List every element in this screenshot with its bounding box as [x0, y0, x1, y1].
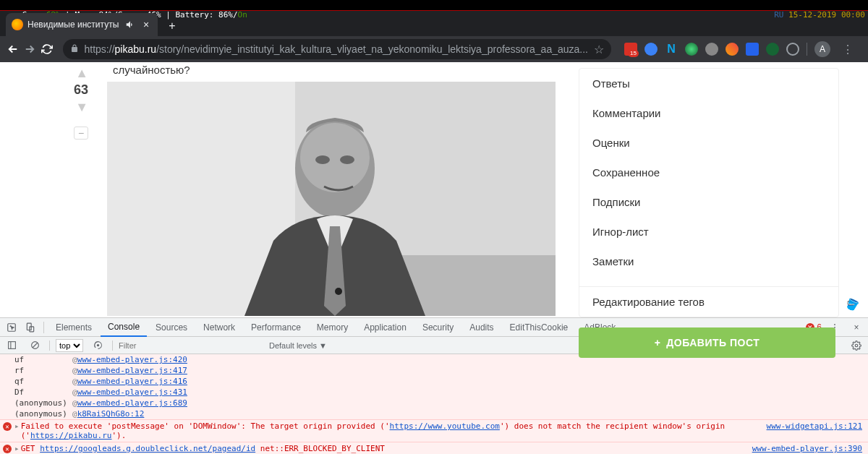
status-right: RU 15-12-2019 00:00 [755, 0, 865, 10]
status-left: Cpu: 68% | Mem: 84%/Swap: 46% | Battery:… [3, 0, 247, 10]
upvote-button[interactable]: ▲ [75, 67, 88, 80]
tab-application[interactable]: Application [357, 318, 414, 337]
extension-icon[interactable] [644, 43, 658, 56]
extension-icon[interactable] [746, 43, 759, 56]
hide-button[interactable]: − [74, 127, 88, 140]
downvote-button[interactable]: ▼ [75, 100, 88, 113]
tab-title: Невидимые институты [27, 20, 120, 30]
url-text: https://pikabu.ru/story/nevidimyie_insti… [85, 43, 589, 55]
system-status-bar: Cpu: 68% | Mem: 84%/Swap: 46% | Battery:… [0, 0, 868, 10]
device-icon[interactable] [22, 319, 39, 336]
audio-icon[interactable] [124, 19, 136, 30]
extension-icon[interactable] [685, 43, 698, 56]
extension-icons: 15 N A ⋮ [620, 39, 862, 59]
separator [49, 340, 50, 351]
svg-point-4 [300, 123, 370, 192]
console-error: ✕▸ GET https://googleads.g.doubleclick.n… [0, 442, 868, 454]
context-select[interactable]: top [56, 339, 83, 352]
post-content: случайностью? [101, 62, 564, 317]
tab-console[interactable]: Console [101, 318, 147, 337]
stack-frame: (anonymous)@ k8RaiSQhG8o:12 [0, 408, 868, 419]
svg-point-6 [340, 155, 354, 164]
bookmark-icon[interactable]: ☆ [594, 43, 604, 56]
sidebar-item-saved[interactable]: Сохраненное [579, 158, 838, 187]
tab-security[interactable]: Security [415, 318, 461, 337]
extension-icon[interactable] [726, 43, 739, 56]
error-icon: ✕ [3, 422, 12, 431]
svg-point-5 [315, 155, 330, 164]
profile-avatar[interactable]: A [814, 41, 830, 57]
separator [43, 322, 44, 333]
svg-point-15 [96, 344, 98, 346]
tab-sources[interactable]: Sources [148, 318, 195, 337]
tab-editthiscookie[interactable]: EditThisCookie [503, 318, 576, 337]
sidebar-item-edit-tags[interactable]: Редактирование тегов [579, 287, 838, 317]
sidebar-item-comments[interactable]: Комментарии [579, 98, 838, 128]
add-post-label: ДОБАВИТЬ ПОСТ [666, 337, 760, 348]
browser-toolbar: https://pikabu.ru/story/nevidimyie_insti… [0, 36, 868, 62]
vote-column: ▲ 63 ▼ − [0, 62, 101, 317]
add-post-button[interactable]: + ДОБАВИТЬ ПОСТ [579, 327, 835, 358]
post-text: случайностью? [101, 64, 564, 76]
svg-point-16 [855, 344, 858, 347]
reload-button[interactable] [40, 39, 54, 59]
sidebar-item-ignore[interactable]: Игнор-лист [579, 217, 838, 247]
sidebar-toggle-icon[interactable] [3, 337, 20, 354]
tab-audits[interactable]: Audits [462, 318, 501, 337]
sidebar: Ответы Комментарии Оценки Сохраненное По… [564, 62, 839, 317]
clear-icon[interactable] [26, 337, 43, 354]
back-button[interactable] [6, 39, 20, 59]
browser-tab-bar: Невидимые институты × + [0, 10, 868, 36]
sidebar-item-ratings[interactable]: Оценки [579, 128, 838, 158]
sidebar-item-subs[interactable]: Подписки [579, 187, 838, 217]
live-expr-icon[interactable] [89, 337, 106, 354]
badge-count: 15 [628, 50, 639, 57]
post-image[interactable] [107, 82, 556, 316]
extension-icon[interactable]: 15 [624, 43, 637, 56]
tab-memory[interactable]: Memory [310, 318, 355, 337]
tab-favicon [12, 19, 23, 30]
lock-icon [70, 44, 79, 55]
new-tab-button[interactable]: + [162, 16, 182, 36]
inspect-icon[interactable] [3, 319, 20, 336]
close-icon[interactable]: × [848, 319, 865, 336]
gear-icon[interactable] [848, 337, 865, 354]
extension-icon[interactable] [705, 43, 718, 56]
page-content: ▲ 63 ▼ − случайностью? [0, 62, 868, 317]
address-bar[interactable]: https://pikabu.ru/story/nevidimyie_insti… [63, 39, 612, 59]
levels-dropdown[interactable]: Default levels ▼ [269, 341, 327, 350]
tab-elements[interactable]: Elements [48, 318, 99, 337]
sidebar-item-answers[interactable]: Ответы [579, 69, 838, 98]
menu-icon[interactable]: ⋮ [838, 39, 858, 59]
stack-frame: qf@ www-embed-player.js:416 [0, 376, 868, 387]
separator [807, 43, 807, 56]
stack-frame: rf@ www-embed-player.js:417 [0, 365, 868, 376]
stack-frame: Df@ www-embed-player.js:431 [0, 387, 868, 398]
sidebar-card: Ответы Комментарии Оценки Сохраненное По… [579, 68, 839, 317]
sidebar-item-notes[interactable]: Заметки [579, 247, 838, 276]
tab-performance[interactable]: Performance [244, 318, 308, 337]
vote-count: 63 [74, 82, 88, 98]
extension-icon[interactable]: N [665, 43, 678, 56]
separator [112, 340, 113, 351]
browser-tab[interactable]: Невидимые институты × [6, 13, 158, 36]
plus-icon: + [655, 337, 661, 348]
extension-icon[interactable] [766, 43, 779, 56]
extension-icon[interactable] [786, 43, 799, 56]
console-error: ✕▸ Failed to execute 'postMessage' on 'D… [0, 419, 868, 442]
filter-input[interactable] [119, 341, 263, 350]
tab-network[interactable]: Network [196, 318, 242, 337]
close-icon[interactable]: × [140, 19, 152, 30]
console-output[interactable]: uf@ www-embed-player.js:420 rf@ www-embe… [0, 354, 868, 454]
svg-point-7 [335, 288, 342, 295]
svg-line-14 [33, 343, 38, 348]
stack-frame: (anonymous)@ www-embed-player.js:689 [0, 398, 868, 408]
svg-rect-11 [8, 342, 15, 349]
paint-bucket-icon[interactable]: 🪣 [843, 296, 859, 312]
error-icon: ✕ [3, 445, 12, 453]
forward-button[interactable] [23, 39, 38, 59]
